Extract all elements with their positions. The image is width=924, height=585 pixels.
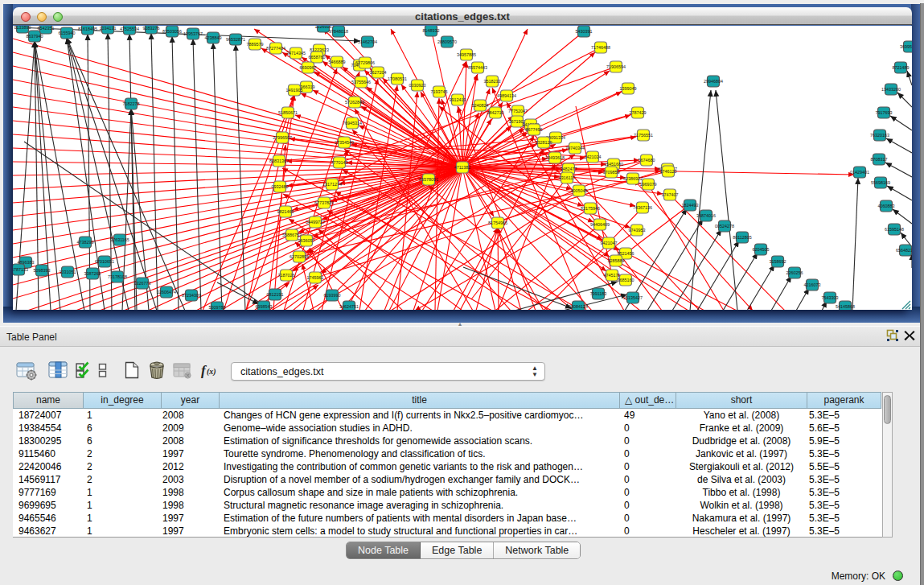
svg-text:0842710: 0842710 — [487, 110, 504, 115]
svg-text:15451680: 15451680 — [604, 162, 623, 167]
svg-text:2260256: 2260256 — [786, 270, 803, 275]
svg-text:5466889: 5466889 — [329, 60, 346, 64]
svg-text:9636057: 9636057 — [298, 238, 315, 243]
svg-text:8708317: 8708317 — [871, 157, 888, 162]
svg-text:4060883: 4060883 — [878, 204, 895, 208]
svg-text:7543303: 7543303 — [822, 295, 839, 300]
svg-text:9912419: 9912419 — [450, 97, 466, 102]
svg-text:7770143: 7770143 — [331, 160, 348, 165]
svg-text:1746120: 1746120 — [660, 169, 677, 174]
svg-text:8637940: 8637940 — [27, 34, 43, 39]
svg-text:86578091: 86578091 — [419, 177, 438, 182]
svg-text:3482477: 3482477 — [561, 167, 577, 171]
svg-text:83503056: 83503056 — [162, 29, 182, 34]
svg-text:4316117: 4316117 — [559, 175, 576, 180]
svg-text:6542351: 6542351 — [38, 26, 55, 31]
svg-text:55886753: 55886753 — [282, 233, 302, 237]
svg-text:55698169: 55698169 — [871, 180, 890, 185]
svg-text:51462704: 51462704 — [358, 39, 377, 44]
svg-text:53755646: 53755646 — [351, 80, 371, 84]
svg-text:8677496: 8677496 — [526, 127, 543, 132]
svg-text:9743953: 9743953 — [629, 228, 646, 233]
svg-text:3285884: 3285884 — [608, 258, 625, 263]
svg-text:79740344: 79740344 — [565, 146, 585, 150]
svg-text:1491905: 1491905 — [286, 88, 303, 93]
svg-text:5430391: 5430391 — [576, 29, 593, 34]
svg-text:37996507: 37996507 — [273, 135, 292, 140]
svg-text:13953767: 13953767 — [183, 31, 203, 36]
svg-text:28809570: 28809570 — [437, 39, 457, 44]
svg-text:5674680: 5674680 — [639, 158, 655, 163]
svg-text:1745961: 1745961 — [307, 275, 324, 280]
svg-text:2421024: 2421024 — [585, 154, 602, 159]
svg-text:34624751: 34624751 — [339, 304, 359, 309]
svg-text:1627204: 1627204 — [370, 70, 387, 75]
svg-text:13493618: 13493618 — [545, 155, 565, 160]
svg-text:25135427: 25135427 — [623, 295, 643, 300]
svg-text:98084124: 98084124 — [569, 304, 588, 309]
svg-text:97848018: 97848018 — [329, 29, 348, 34]
svg-text:87234309: 87234309 — [182, 293, 201, 298]
svg-text:13171274: 13171274 — [322, 182, 342, 187]
svg-text:71746488: 71746488 — [591, 45, 610, 50]
svg-text:29946804: 29946804 — [704, 79, 723, 84]
svg-text:3709859: 3709859 — [603, 170, 620, 175]
svg-text:2787429: 2787429 — [630, 110, 647, 115]
svg-text:3747407: 3747407 — [662, 192, 679, 197]
svg-text:37631165: 37631165 — [110, 237, 129, 242]
svg-text:57262849: 57262849 — [345, 100, 364, 105]
svg-text:76320163: 76320163 — [870, 133, 889, 138]
svg-text:5240824: 5240824 — [472, 103, 489, 108]
svg-text:71906594: 71906594 — [606, 64, 626, 69]
svg-text:51850671: 51850671 — [278, 110, 298, 115]
svg-text:04499727: 04499727 — [306, 220, 325, 225]
svg-text:67737826: 67737826 — [314, 200, 334, 205]
svg-text:6193990: 6193990 — [324, 293, 341, 298]
svg-text:6155940: 6155940 — [59, 31, 76, 35]
svg-text:81618495: 81618495 — [78, 27, 97, 31]
svg-text:8721489: 8721489 — [893, 65, 910, 70]
svg-text:(x): (x) — [207, 367, 216, 377]
svg-text:49894134: 49894134 — [497, 93, 516, 98]
svg-text:34957885: 34957885 — [457, 52, 476, 57]
svg-text:74367136: 74367136 — [633, 205, 652, 210]
svg-text:87277434: 87277434 — [266, 46, 285, 51]
svg-text:62729806: 62729806 — [355, 60, 375, 65]
svg-text:76945314: 76945314 — [343, 121, 362, 126]
svg-text:34714345: 34714345 — [286, 51, 306, 56]
svg-text:1034131: 1034131 — [100, 26, 117, 31]
svg-text:77752047: 77752047 — [508, 109, 528, 113]
svg-text:02606474: 02606474 — [157, 290, 176, 295]
svg-text:6998543: 6998543 — [256, 304, 273, 309]
svg-text:3518233: 3518233 — [484, 79, 501, 84]
svg-text:13433200: 13433200 — [881, 87, 901, 92]
svg-text:1031051: 1031051 — [60, 270, 76, 274]
svg-text:5098393: 5098393 — [34, 268, 51, 273]
svg-text:65648236: 65648236 — [896, 248, 912, 253]
svg-text:80831367: 80831367 — [269, 159, 289, 163]
svg-text:47525534: 47525534 — [120, 27, 139, 31]
svg-text:6690967: 6690967 — [300, 65, 317, 70]
svg-text:94406409: 94406409 — [590, 222, 610, 227]
svg-text:80112805: 80112805 — [733, 235, 752, 240]
svg-text:1399049: 1399049 — [620, 86, 637, 91]
svg-text:6658760: 6658760 — [309, 55, 326, 60]
svg-text:00524278: 00524278 — [715, 224, 734, 229]
svg-text:4238849: 4238849 — [205, 35, 222, 40]
svg-text:7182278: 7182278 — [123, 101, 140, 106]
svg-text:4005045: 4005045 — [571, 188, 588, 193]
svg-text:9421047: 9421047 — [601, 241, 618, 245]
svg-text:62386922: 62386922 — [623, 176, 643, 181]
svg-text:85574443: 85574443 — [468, 65, 487, 70]
svg-text:4216073: 4216073 — [804, 282, 821, 287]
svg-text:96532871: 96532871 — [226, 37, 245, 42]
svg-text:61595148: 61595148 — [885, 227, 904, 232]
svg-text:8148932: 8148932 — [423, 28, 440, 33]
svg-text:27354549: 27354549 — [335, 140, 354, 145]
svg-text:1824493: 1824493 — [682, 203, 699, 208]
svg-text:81754965: 81754965 — [488, 220, 507, 225]
svg-text:54145868: 54145868 — [836, 304, 855, 309]
svg-text:4711382: 4711382 — [454, 165, 471, 170]
svg-text:4738299: 4738299 — [77, 240, 94, 245]
svg-text:71756551: 71756551 — [634, 133, 653, 138]
